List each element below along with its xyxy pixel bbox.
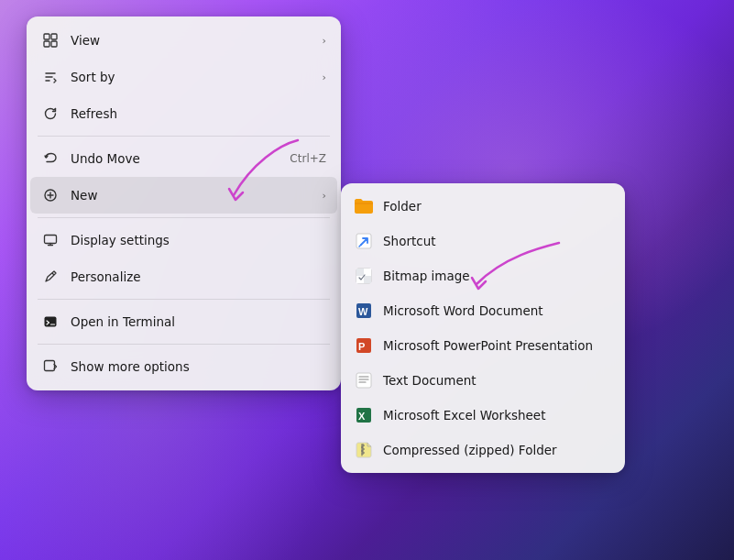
zip-icon — [354, 440, 374, 460]
svg-rect-0 — [44, 34, 49, 39]
terminal-icon — [41, 313, 60, 331]
submenu-item-shortcut[interactable]: Shortcut — [341, 224, 625, 258]
menu-item-personalize[interactable]: Personalize — [27, 258, 341, 295]
personalize-icon — [41, 268, 60, 286]
submenu-item-excel[interactable]: X Microsoft Excel Worksheet — [341, 398, 625, 433]
svg-text:W: W — [358, 306, 368, 317]
undomove-label: Undo Move — [71, 151, 279, 166]
shortcut-icon — [354, 231, 374, 251]
divider-2 — [38, 217, 330, 218]
view-arrow: › — [323, 35, 326, 47]
folder-label: Folder — [383, 199, 612, 214]
powerpoint-icon: P — [354, 335, 374, 356]
context-menu: View › Sort by › Refresh Undo — [27, 16, 341, 390]
excel-icon: X — [354, 405, 374, 425]
undomove-icon — [41, 149, 60, 168]
menu-item-refresh[interactable]: Refresh — [27, 95, 341, 132]
svg-rect-5 — [45, 236, 57, 244]
personalize-label: Personalize — [71, 269, 326, 284]
svg-rect-10 — [356, 269, 364, 276]
bitmap-icon — [354, 266, 374, 286]
menu-item-displaysettings[interactable]: Display settings — [27, 222, 341, 258]
word-label: Microsoft Word Document — [383, 303, 612, 318]
submenu-item-word[interactable]: W Microsoft Word Document — [341, 293, 625, 328]
moreoptions-icon — [41, 357, 60, 376]
folder-icon — [354, 196, 374, 216]
sortby-label: Sort by — [71, 70, 312, 84]
svg-rect-18 — [356, 373, 371, 388]
refresh-icon — [41, 104, 60, 123]
view-icon — [41, 31, 60, 49]
submenu-new: Folder Shortcut Bitmap image — [341, 183, 625, 473]
new-arrow: › — [323, 190, 326, 202]
text-icon — [354, 370, 374, 390]
undomove-shortcut: Ctrl+Z — [290, 152, 326, 165]
svg-text:X: X — [358, 411, 366, 422]
submenu-item-powerpoint[interactable]: P Microsoft PowerPoint Presentation — [341, 328, 625, 363]
menu-item-moreoptions[interactable]: Show more options — [27, 348, 341, 385]
submenu-item-zip[interactable]: Compressed (zipped) Folder — [341, 433, 625, 467]
menu-item-undomove[interactable]: Undo Move Ctrl+Z — [27, 140, 341, 177]
refresh-label: Refresh — [71, 106, 326, 121]
divider-4 — [38, 344, 330, 345]
menu-item-new[interactable]: New › — [30, 177, 337, 214]
menu-item-terminal[interactable]: Open in Terminal — [27, 303, 341, 340]
bitmap-label: Bitmap image — [383, 269, 612, 283]
terminal-label: Open in Terminal — [71, 314, 326, 329]
word-icon: W — [354, 301, 374, 321]
svg-rect-6 — [45, 317, 57, 327]
new-icon — [41, 186, 60, 204]
moreoptions-label: Show more options — [71, 359, 326, 374]
display-icon — [41, 231, 60, 249]
menu-item-sortby[interactable]: Sort by › — [27, 59, 341, 95]
text-label: Text Document — [383, 373, 612, 388]
svg-rect-1 — [51, 34, 57, 39]
svg-rect-7 — [45, 361, 55, 371]
sortby-icon — [41, 68, 60, 86]
svg-rect-11 — [364, 276, 371, 283]
powerpoint-label: Microsoft PowerPoint Presentation — [383, 338, 612, 353]
zip-label: Compressed (zipped) Folder — [383, 443, 612, 457]
sortby-arrow: › — [323, 71, 326, 83]
svg-rect-3 — [51, 41, 57, 47]
displaysettings-label: Display settings — [71, 233, 326, 247]
submenu-item-folder[interactable]: Folder — [341, 189, 625, 224]
submenu-item-bitmap[interactable]: Bitmap image — [341, 258, 625, 293]
divider-3 — [38, 299, 330, 300]
view-label: View — [71, 33, 312, 48]
divider-1 — [38, 136, 330, 137]
menu-item-view[interactable]: View › — [27, 22, 341, 59]
svg-rect-2 — [44, 41, 49, 47]
submenu-item-text[interactable]: Text Document — [341, 363, 625, 398]
new-label: New — [71, 188, 312, 203]
excel-label: Microsoft Excel Worksheet — [383, 408, 612, 423]
svg-text:P: P — [358, 341, 365, 352]
shortcut-label: Shortcut — [383, 234, 612, 248]
